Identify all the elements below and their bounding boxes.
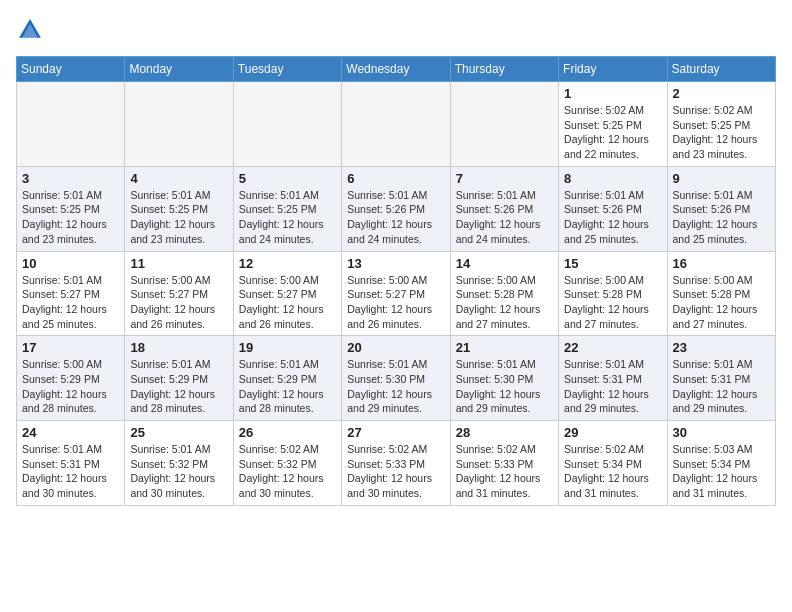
day-number: 8	[564, 171, 661, 186]
day-info: Sunrise: 5:02 AM Sunset: 5:33 PM Dayligh…	[347, 442, 444, 501]
day-number: 4	[130, 171, 227, 186]
weekday-header-monday: Monday	[125, 57, 233, 82]
day-number: 19	[239, 340, 336, 355]
calendar-cell	[125, 82, 233, 167]
day-number: 18	[130, 340, 227, 355]
day-info: Sunrise: 5:02 AM Sunset: 5:33 PM Dayligh…	[456, 442, 553, 501]
calendar-week-row: 3Sunrise: 5:01 AM Sunset: 5:25 PM Daylig…	[17, 166, 776, 251]
calendar-cell: 14Sunrise: 5:00 AM Sunset: 5:28 PM Dayli…	[450, 251, 558, 336]
day-info: Sunrise: 5:01 AM Sunset: 5:26 PM Dayligh…	[456, 188, 553, 247]
weekday-header-tuesday: Tuesday	[233, 57, 341, 82]
calendar-cell: 24Sunrise: 5:01 AM Sunset: 5:31 PM Dayli…	[17, 421, 125, 506]
day-number: 27	[347, 425, 444, 440]
day-number: 21	[456, 340, 553, 355]
day-number: 3	[22, 171, 119, 186]
day-number: 13	[347, 256, 444, 271]
calendar-cell: 17Sunrise: 5:00 AM Sunset: 5:29 PM Dayli…	[17, 336, 125, 421]
day-info: Sunrise: 5:02 AM Sunset: 5:34 PM Dayligh…	[564, 442, 661, 501]
calendar-cell: 8Sunrise: 5:01 AM Sunset: 5:26 PM Daylig…	[559, 166, 667, 251]
weekday-header-wednesday: Wednesday	[342, 57, 450, 82]
day-info: Sunrise: 5:01 AM Sunset: 5:25 PM Dayligh…	[130, 188, 227, 247]
calendar-cell: 2Sunrise: 5:02 AM Sunset: 5:25 PM Daylig…	[667, 82, 775, 167]
day-number: 12	[239, 256, 336, 271]
day-number: 1	[564, 86, 661, 101]
day-info: Sunrise: 5:01 AM Sunset: 5:30 PM Dayligh…	[456, 357, 553, 416]
calendar-cell	[450, 82, 558, 167]
day-number: 6	[347, 171, 444, 186]
calendar-cell: 4Sunrise: 5:01 AM Sunset: 5:25 PM Daylig…	[125, 166, 233, 251]
day-info: Sunrise: 5:00 AM Sunset: 5:28 PM Dayligh…	[564, 273, 661, 332]
calendar-week-row: 10Sunrise: 5:01 AM Sunset: 5:27 PM Dayli…	[17, 251, 776, 336]
day-number: 29	[564, 425, 661, 440]
calendar-cell: 18Sunrise: 5:01 AM Sunset: 5:29 PM Dayli…	[125, 336, 233, 421]
day-number: 20	[347, 340, 444, 355]
day-info: Sunrise: 5:00 AM Sunset: 5:27 PM Dayligh…	[239, 273, 336, 332]
calendar-cell	[17, 82, 125, 167]
calendar-cell: 26Sunrise: 5:02 AM Sunset: 5:32 PM Dayli…	[233, 421, 341, 506]
day-number: 24	[22, 425, 119, 440]
day-number: 25	[130, 425, 227, 440]
day-number: 23	[673, 340, 770, 355]
day-info: Sunrise: 5:01 AM Sunset: 5:31 PM Dayligh…	[673, 357, 770, 416]
day-info: Sunrise: 5:01 AM Sunset: 5:31 PM Dayligh…	[564, 357, 661, 416]
day-info: Sunrise: 5:00 AM Sunset: 5:28 PM Dayligh…	[456, 273, 553, 332]
calendar-cell: 5Sunrise: 5:01 AM Sunset: 5:25 PM Daylig…	[233, 166, 341, 251]
calendar-cell: 13Sunrise: 5:00 AM Sunset: 5:27 PM Dayli…	[342, 251, 450, 336]
day-info: Sunrise: 5:02 AM Sunset: 5:32 PM Dayligh…	[239, 442, 336, 501]
day-info: Sunrise: 5:01 AM Sunset: 5:30 PM Dayligh…	[347, 357, 444, 416]
day-info: Sunrise: 5:02 AM Sunset: 5:25 PM Dayligh…	[673, 103, 770, 162]
calendar-cell: 3Sunrise: 5:01 AM Sunset: 5:25 PM Daylig…	[17, 166, 125, 251]
day-info: Sunrise: 5:00 AM Sunset: 5:27 PM Dayligh…	[347, 273, 444, 332]
calendar-table: SundayMondayTuesdayWednesdayThursdayFrid…	[16, 56, 776, 506]
calendar-cell: 21Sunrise: 5:01 AM Sunset: 5:30 PM Dayli…	[450, 336, 558, 421]
day-number: 15	[564, 256, 661, 271]
day-number: 16	[673, 256, 770, 271]
calendar-cell: 11Sunrise: 5:00 AM Sunset: 5:27 PM Dayli…	[125, 251, 233, 336]
calendar-cell: 27Sunrise: 5:02 AM Sunset: 5:33 PM Dayli…	[342, 421, 450, 506]
day-number: 2	[673, 86, 770, 101]
weekday-header-friday: Friday	[559, 57, 667, 82]
day-info: Sunrise: 5:01 AM Sunset: 5:25 PM Dayligh…	[239, 188, 336, 247]
calendar-cell: 6Sunrise: 5:01 AM Sunset: 5:26 PM Daylig…	[342, 166, 450, 251]
calendar-cell: 25Sunrise: 5:01 AM Sunset: 5:32 PM Dayli…	[125, 421, 233, 506]
day-number: 11	[130, 256, 227, 271]
calendar-cell: 22Sunrise: 5:01 AM Sunset: 5:31 PM Dayli…	[559, 336, 667, 421]
day-info: Sunrise: 5:01 AM Sunset: 5:29 PM Dayligh…	[130, 357, 227, 416]
weekday-header-thursday: Thursday	[450, 57, 558, 82]
calendar-cell	[233, 82, 341, 167]
calendar-cell: 9Sunrise: 5:01 AM Sunset: 5:26 PM Daylig…	[667, 166, 775, 251]
calendar-cell: 28Sunrise: 5:02 AM Sunset: 5:33 PM Dayli…	[450, 421, 558, 506]
day-info: Sunrise: 5:02 AM Sunset: 5:25 PM Dayligh…	[564, 103, 661, 162]
calendar-cell: 15Sunrise: 5:00 AM Sunset: 5:28 PM Dayli…	[559, 251, 667, 336]
calendar-cell: 10Sunrise: 5:01 AM Sunset: 5:27 PM Dayli…	[17, 251, 125, 336]
calendar-cell: 23Sunrise: 5:01 AM Sunset: 5:31 PM Dayli…	[667, 336, 775, 421]
calendar-week-row: 1Sunrise: 5:02 AM Sunset: 5:25 PM Daylig…	[17, 82, 776, 167]
day-info: Sunrise: 5:01 AM Sunset: 5:26 PM Dayligh…	[564, 188, 661, 247]
day-info: Sunrise: 5:03 AM Sunset: 5:34 PM Dayligh…	[673, 442, 770, 501]
calendar-cell: 30Sunrise: 5:03 AM Sunset: 5:34 PM Dayli…	[667, 421, 775, 506]
day-info: Sunrise: 5:01 AM Sunset: 5:31 PM Dayligh…	[22, 442, 119, 501]
calendar-week-row: 17Sunrise: 5:00 AM Sunset: 5:29 PM Dayli…	[17, 336, 776, 421]
calendar-cell: 12Sunrise: 5:00 AM Sunset: 5:27 PM Dayli…	[233, 251, 341, 336]
day-info: Sunrise: 5:01 AM Sunset: 5:25 PM Dayligh…	[22, 188, 119, 247]
day-number: 30	[673, 425, 770, 440]
logo	[16, 16, 48, 44]
calendar-cell: 20Sunrise: 5:01 AM Sunset: 5:30 PM Dayli…	[342, 336, 450, 421]
day-info: Sunrise: 5:01 AM Sunset: 5:32 PM Dayligh…	[130, 442, 227, 501]
logo-icon	[16, 16, 44, 44]
day-number: 9	[673, 171, 770, 186]
day-number: 26	[239, 425, 336, 440]
day-info: Sunrise: 5:00 AM Sunset: 5:27 PM Dayligh…	[130, 273, 227, 332]
weekday-header-saturday: Saturday	[667, 57, 775, 82]
day-info: Sunrise: 5:01 AM Sunset: 5:29 PM Dayligh…	[239, 357, 336, 416]
calendar-cell: 19Sunrise: 5:01 AM Sunset: 5:29 PM Dayli…	[233, 336, 341, 421]
day-number: 7	[456, 171, 553, 186]
day-info: Sunrise: 5:01 AM Sunset: 5:26 PM Dayligh…	[673, 188, 770, 247]
day-info: Sunrise: 5:01 AM Sunset: 5:26 PM Dayligh…	[347, 188, 444, 247]
calendar-cell: 7Sunrise: 5:01 AM Sunset: 5:26 PM Daylig…	[450, 166, 558, 251]
calendar-cell: 16Sunrise: 5:00 AM Sunset: 5:28 PM Dayli…	[667, 251, 775, 336]
day-info: Sunrise: 5:00 AM Sunset: 5:29 PM Dayligh…	[22, 357, 119, 416]
calendar-cell: 1Sunrise: 5:02 AM Sunset: 5:25 PM Daylig…	[559, 82, 667, 167]
day-info: Sunrise: 5:00 AM Sunset: 5:28 PM Dayligh…	[673, 273, 770, 332]
day-number: 10	[22, 256, 119, 271]
